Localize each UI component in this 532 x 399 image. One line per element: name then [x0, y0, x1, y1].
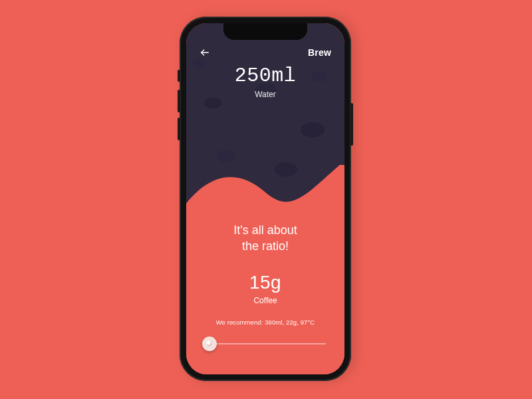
slider-track [205, 344, 326, 344]
headline: It's all about the ratio! [202, 222, 329, 255]
ratio-slider[interactable] [205, 336, 326, 352]
power-button [350, 103, 353, 146]
mute-switch [178, 70, 180, 82]
recommendation-text: We recommend: 360ml, 22g, 97°C [202, 319, 329, 326]
volume-down-button [178, 118, 180, 140]
coffee-value: 15g [202, 272, 329, 293]
header-bar: Brew [186, 41, 344, 65]
headline-line-2: the ratio! [242, 239, 289, 253]
water-label: Water [186, 90, 344, 99]
screen: Brew 250ml Water It's all about the rati… [186, 23, 344, 374]
brew-button[interactable]: Brew [308, 47, 331, 58]
coffee-label: Coffee [202, 296, 329, 305]
volume-up-button [178, 90, 180, 112]
phone-notch [223, 23, 307, 40]
phone-frame: Brew 250ml Water It's all about the rati… [180, 17, 351, 381]
water-block: 250ml Water [186, 65, 344, 99]
lower-panel: It's all about the ratio! 15g Coffee We … [186, 206, 344, 374]
slider-handle[interactable] [202, 336, 217, 351]
back-arrow-icon[interactable] [200, 47, 210, 58]
water-value: 250ml [186, 65, 344, 87]
headline-line-1: It's all about [233, 223, 297, 237]
